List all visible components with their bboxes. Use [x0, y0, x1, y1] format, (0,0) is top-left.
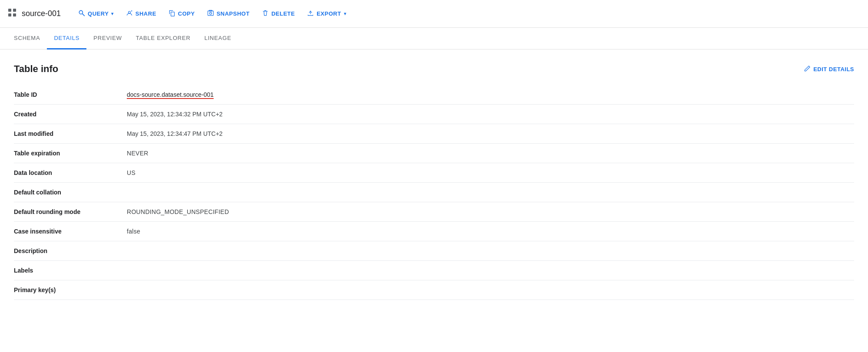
table-row: Last modified May 15, 2023, 12:34:47 PM … — [14, 124, 854, 144]
export-button[interactable]: EXPORT ▾ — [302, 6, 351, 21]
tab-schema[interactable]: SCHEMA — [7, 28, 47, 49]
query-icon — [78, 10, 85, 18]
edit-details-label: EDIT DETAILS — [813, 66, 854, 72]
row-value — [109, 183, 854, 202]
row-label: Created — [14, 105, 109, 124]
copy-label: COPY — [178, 10, 195, 17]
row-label: Default collation — [14, 183, 109, 202]
export-icon — [307, 10, 314, 18]
row-value — [109, 241, 854, 261]
row-value: false — [109, 222, 854, 241]
table-id-link[interactable]: docs-source.dataset.source-001 — [127, 91, 214, 99]
tab-details[interactable]: DETAILS — [47, 28, 86, 49]
table-row: Default rounding mode ROUNDING_MODE_UNSP… — [14, 202, 854, 222]
delete-icon — [262, 10, 269, 18]
row-value: May 15, 2023, 12:34:32 PM UTC+2 — [109, 105, 854, 124]
table-row: Data location US — [14, 163, 854, 183]
svg-rect-9 — [171, 12, 174, 16]
svg-rect-10 — [208, 11, 213, 15]
delete-button[interactable]: DELETE — [257, 6, 300, 21]
export-dropdown-arrow: ▾ — [344, 11, 347, 16]
row-label: Primary key(s) — [14, 280, 109, 300]
row-value: NEVER — [109, 144, 854, 163]
table-row: Labels — [14, 261, 854, 280]
row-label: Table expiration — [14, 144, 109, 163]
tab-preview[interactable]: PREVIEW — [86, 28, 129, 49]
svg-line-5 — [83, 14, 85, 16]
export-label: EXPORT — [317, 10, 341, 17]
row-value: US — [109, 163, 854, 183]
svg-rect-2 — [8, 13, 11, 16]
table-row: Created May 15, 2023, 12:34:32 PM UTC+2 — [14, 105, 854, 124]
info-table: Table ID docs-source.dataset.source-001 … — [14, 85, 854, 300]
table-row: Default collation — [14, 183, 854, 202]
row-value: docs-source.dataset.source-001 — [109, 85, 854, 105]
copy-icon — [168, 10, 175, 18]
section-header: Table info EDIT DETAILS — [14, 63, 854, 75]
delete-label: DELETE — [271, 10, 295, 17]
table-row: Case insensitive false — [14, 222, 854, 241]
row-label: Default rounding mode — [14, 202, 109, 222]
svg-rect-3 — [13, 13, 16, 16]
resource-title: source-001 — [22, 9, 61, 18]
svg-rect-1 — [13, 9, 16, 12]
tab-lineage[interactable]: LINEAGE — [198, 28, 238, 49]
row-label: Data location — [14, 163, 109, 183]
query-label: QUERY — [88, 10, 109, 17]
toolbar-title: source-001 — [7, 7, 61, 20]
main-content: Table info EDIT DETAILS Table ID docs-so… — [0, 49, 868, 314]
svg-rect-0 — [8, 9, 11, 12]
share-button[interactable]: SHARE — [121, 6, 162, 21]
table-row: Table ID docs-source.dataset.source-001 — [14, 85, 854, 105]
row-value — [109, 261, 854, 280]
row-label: Case insensitive — [14, 222, 109, 241]
query-button[interactable]: QUERY ▾ — [73, 6, 119, 21]
table-grid-icon — [7, 7, 17, 20]
row-label: Description — [14, 241, 109, 261]
share-icon — [126, 10, 133, 18]
row-label: Labels — [14, 261, 109, 280]
row-value: May 15, 2023, 12:34:47 PM UTC+2 — [109, 124, 854, 144]
tabs-bar: SCHEMA DETAILS PREVIEW TABLE EXPLORER LI… — [0, 28, 868, 49]
edit-details-button[interactable]: EDIT DETAILS — [804, 65, 854, 73]
svg-point-12 — [209, 12, 211, 14]
row-value — [109, 280, 854, 300]
row-label: Last modified — [14, 124, 109, 144]
snapshot-button[interactable]: SNAPSHOT — [202, 6, 255, 21]
snapshot-label: SNAPSHOT — [217, 10, 250, 17]
table-row: Primary key(s) — [14, 280, 854, 300]
row-value: ROUNDING_MODE_UNSPECIFIED — [109, 202, 854, 222]
row-label: Table ID — [14, 85, 109, 105]
copy-button[interactable]: COPY — [163, 6, 200, 21]
snapshot-icon — [207, 10, 214, 18]
query-dropdown-arrow: ▾ — [111, 11, 114, 16]
svg-point-6 — [128, 11, 130, 13]
table-row: Table expiration NEVER — [14, 144, 854, 163]
section-title: Table info — [14, 63, 58, 75]
tab-table-explorer[interactable]: TABLE EXPLORER — [129, 28, 198, 49]
share-label: SHARE — [135, 10, 156, 17]
edit-icon — [804, 65, 811, 73]
table-row: Description — [14, 241, 854, 261]
toolbar: source-001 QUERY ▾ SHARE COPY — [0, 0, 868, 28]
